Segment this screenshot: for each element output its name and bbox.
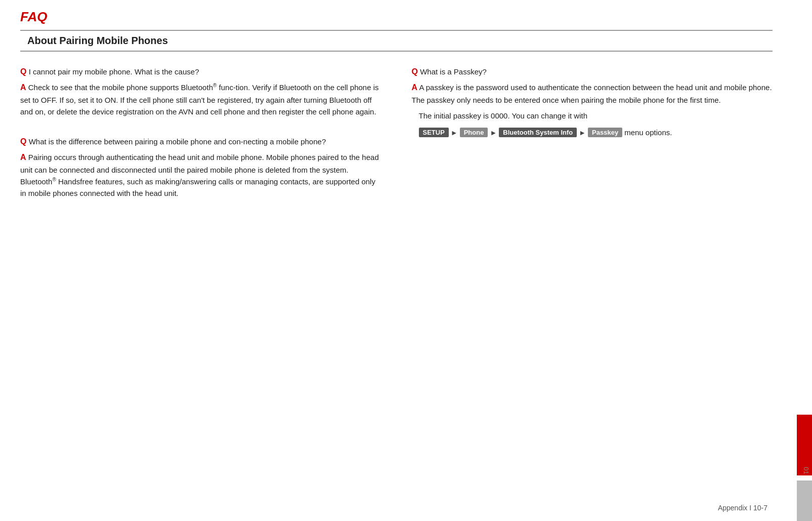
tab-gray [797,480,812,521]
passkey-button: Passkey [588,128,622,137]
two-column-layout: Q I cannot pair my mobile phone. What is… [20,66,773,210]
right-q1-label: Q [412,67,418,76]
menu-path: SETUP ► Phone ► Bluetooth System Info ► … [412,128,672,137]
left-q1-label: Q [20,67,26,76]
left-a1-label: A [20,83,26,92]
page-title: FAQ [20,9,773,25]
right-a1-text-3: menu options. [624,128,672,137]
arrow-3: ► [579,129,586,137]
bluetooth-system-info-button: Bluetooth System Info [499,128,577,137]
arrow-2: ► [490,129,497,137]
left-a1-text: Check to see that the mobile phone suppo… [20,83,379,116]
tab-red [797,415,812,475]
right-qa-1: Q What is a Passkey? A A passkey is the … [412,66,773,139]
right-a1-text-2: The initial passkey is 0000. You can cha… [419,111,588,120]
left-q2-text: What is the difference between pairing a… [29,137,326,146]
left-qa-2: Q What is the difference between pairing… [20,136,381,199]
left-a2-label: A [20,153,26,162]
right-a1-text-1: A passkey is the password used to authen… [412,83,772,104]
right-column: Q What is a Passkey? A A passkey is the … [412,66,773,210]
main-content: FAQ About Pairing Mobile Phones Q I cann… [0,0,793,521]
left-q1-text: I cannot pair my mobile phone. What is t… [29,67,199,76]
section-header: About Pairing Mobile Phones [20,30,773,52]
phone-button: Phone [460,128,488,137]
left-a2-text: Pairing occurs through authenticating th… [20,153,379,197]
tab-number: 01 [802,467,809,474]
left-qa-1: Q I cannot pair my mobile phone. What is… [20,66,381,117]
right-a1-label: A [412,83,418,92]
sidebar-right: 01 [793,0,812,521]
left-q2-label: Q [20,137,26,146]
setup-button: SETUP [419,128,449,137]
page-footer: Appendix I 10-7 [718,504,767,512]
page-wrapper: FAQ About Pairing Mobile Phones Q I cann… [0,0,812,521]
arrow-1: ► [451,129,458,137]
right-q1-text: What is a Passkey? [420,67,487,76]
left-column: Q I cannot pair my mobile phone. What is… [20,66,381,210]
